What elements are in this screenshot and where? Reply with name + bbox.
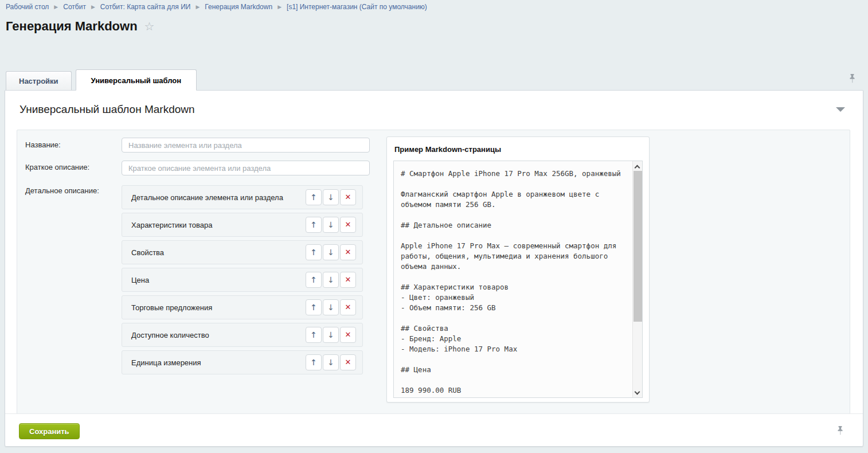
move-up-button[interactable]: ↑ bbox=[306, 299, 322, 315]
scroll-down-icon[interactable] bbox=[635, 390, 640, 395]
move-down-button[interactable]: ↓ bbox=[323, 244, 339, 260]
breadcrumb: Рабочий стол ▶ Сотбит ▶ Сотбит: Карта са… bbox=[6, 3, 427, 11]
remove-item-button[interactable]: ✕ bbox=[340, 272, 356, 288]
form-row-name: Название: bbox=[25, 130, 381, 153]
page-title-row: Генерация Markdown ☆ bbox=[6, 19, 155, 34]
move-up-button[interactable]: ↑ bbox=[306, 217, 322, 233]
scrollbar-thumb[interactable] bbox=[634, 171, 642, 322]
form-row-detail-description: Детальное описание: Детальное описание э… bbox=[25, 175, 381, 378]
preview-scrollbar[interactable] bbox=[632, 161, 642, 397]
breadcrumb-link[interactable]: Сотбит: Карта сайта для ИИ bbox=[100, 3, 191, 11]
list-item-label: Единица измерения bbox=[131, 358, 304, 367]
move-up-button[interactable]: ↑ bbox=[306, 327, 322, 343]
move-down-button[interactable]: ↓ bbox=[323, 189, 339, 205]
breadcrumb-separator-icon: ▶ bbox=[277, 4, 281, 10]
remove-item-button[interactable]: ✕ bbox=[340, 327, 356, 343]
breadcrumb-link[interactable]: [s1] Интернет-магазин (Сайт по умолчанию… bbox=[287, 3, 427, 11]
sortable-list-item: Цена ↑ ↓ ✕ bbox=[122, 268, 363, 292]
tab-bar: Настройки Универсальный шаблон bbox=[6, 69, 197, 90]
remove-item-button[interactable]: ✕ bbox=[340, 217, 356, 233]
sortable-list-item: Торговые предложения ↑ ↓ ✕ bbox=[122, 295, 363, 319]
scroll-up-icon[interactable] bbox=[635, 164, 640, 169]
tab-universal-template[interactable]: Универсальный шаблон bbox=[76, 69, 197, 91]
admin-page: Рабочий стол ▶ Сотбит ▶ Сотбит: Карта са… bbox=[0, 0, 868, 453]
list-item-label: Характеристики товара bbox=[131, 221, 304, 229]
short-description-input[interactable] bbox=[122, 161, 370, 175]
tab-settings[interactable]: Настройки bbox=[6, 71, 72, 90]
remove-item-button[interactable]: ✕ bbox=[340, 244, 356, 260]
field-label: Название: bbox=[25, 130, 122, 153]
move-down-button[interactable]: ↓ bbox=[323, 217, 339, 233]
form-footer: Сохранить bbox=[5, 413, 863, 446]
sortable-list-item: Единица измерения ↑ ↓ ✕ bbox=[122, 350, 363, 374]
sortable-list-item: Детальное описание элемента или раздела … bbox=[122, 185, 363, 209]
pin-icon[interactable] bbox=[848, 73, 857, 85]
sortable-list-item: Характеристики товара ↑ ↓ ✕ bbox=[122, 213, 363, 237]
list-item-label: Торговые предложения bbox=[131, 303, 304, 312]
list-item-label: Цена bbox=[131, 276, 304, 284]
sortable-list-item: Свойства ↑ ↓ ✕ bbox=[122, 240, 363, 264]
move-up-button[interactable]: ↑ bbox=[306, 244, 322, 260]
collapse-section-icon[interactable] bbox=[836, 107, 845, 112]
markdown-preview-text: # Смартфон Apple iPhone 17 Pro Max 256GB… bbox=[394, 161, 634, 397]
section-heading: Универсальный шаблон Markdown bbox=[19, 103, 195, 116]
field-label: Детальное описание: bbox=[25, 175, 122, 378]
breadcrumb-link[interactable]: Рабочий стол bbox=[6, 3, 49, 11]
markdown-preview-card: Пример Markdown-страницы # Смартфон Appl… bbox=[386, 136, 650, 403]
breadcrumb-link[interactable]: Генерация Markdown bbox=[205, 3, 272, 11]
list-item-label: Доступное количество bbox=[131, 331, 304, 339]
form-workspace: Название: Краткое описание: Детальное оп… bbox=[17, 130, 850, 415]
pin-icon[interactable] bbox=[836, 425, 844, 438]
move-up-button[interactable]: ↑ bbox=[306, 189, 322, 205]
sortable-list-item: Доступное количество ↑ ↓ ✕ bbox=[122, 323, 363, 347]
page-title: Генерация Markdown bbox=[6, 19, 138, 34]
form-row-short-description: Краткое описание: bbox=[25, 153, 381, 175]
favorite-star-icon[interactable]: ☆ bbox=[144, 19, 155, 33]
breadcrumb-separator-icon: ▶ bbox=[54, 4, 58, 10]
move-up-button[interactable]: ↑ bbox=[306, 272, 322, 288]
move-down-button[interactable]: ↓ bbox=[323, 354, 339, 370]
name-input[interactable] bbox=[122, 138, 370, 153]
edit-form-panel: Универсальный шаблон Markdown Название: … bbox=[5, 90, 863, 447]
move-down-button[interactable]: ↓ bbox=[323, 299, 339, 315]
sortable-list: Детальное описание элемента или раздела … bbox=[122, 175, 363, 378]
remove-item-button[interactable]: ✕ bbox=[340, 189, 356, 205]
breadcrumb-separator-icon: ▶ bbox=[91, 4, 95, 10]
move-down-button[interactable]: ↓ bbox=[323, 327, 339, 343]
move-up-button[interactable]: ↑ bbox=[306, 354, 322, 370]
save-button[interactable]: Сохранить bbox=[19, 423, 80, 439]
remove-item-button[interactable]: ✕ bbox=[340, 299, 356, 315]
remove-item-button[interactable]: ✕ bbox=[340, 354, 356, 370]
breadcrumb-link[interactable]: Сотбит bbox=[63, 3, 86, 11]
template-form: Название: Краткое описание: Детальное оп… bbox=[25, 130, 381, 378]
move-down-button[interactable]: ↓ bbox=[323, 272, 339, 288]
list-item-label: Детальное описание элемента или раздела bbox=[131, 193, 304, 202]
preview-title: Пример Markdown-страницы bbox=[394, 145, 643, 154]
markdown-preview-area[interactable]: # Смартфон Apple iPhone 17 Pro Max 256GB… bbox=[393, 161, 643, 398]
list-item-label: Свойства bbox=[131, 248, 304, 257]
breadcrumb-separator-icon: ▶ bbox=[196, 4, 200, 10]
field-label: Краткое описание: bbox=[25, 153, 122, 175]
